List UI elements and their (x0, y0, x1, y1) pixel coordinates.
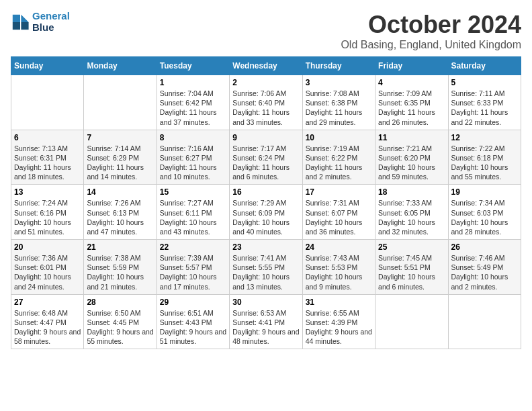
calendar-cell: 11Sunrise: 7:21 AM Sunset: 6:20 PM Dayli… (375, 130, 448, 185)
day-number: 2 (232, 78, 299, 87)
weekday-header-row: SundayMondayTuesdayWednesdayThursdayFrid… (11, 57, 521, 75)
day-number: 11 (378, 133, 445, 142)
calendar-cell: 21Sunrise: 7:38 AM Sunset: 5:59 PM Dayli… (84, 240, 157, 295)
weekday-header-saturday: Saturday (448, 57, 521, 75)
day-info: Sunrise: 7:26 AM Sunset: 6:13 PM Dayligh… (87, 198, 153, 236)
svg-rect-2 (13, 14, 20, 21)
svg-marker-0 (21, 14, 28, 21)
day-number: 5 (451, 78, 518, 87)
calendar-cell: 10Sunrise: 7:19 AM Sunset: 6:22 PM Dayli… (302, 130, 375, 185)
page-header: General Blue October 2024 Old Basing, En… (11, 11, 521, 51)
weekday-header-tuesday: Tuesday (157, 57, 229, 75)
day-number: 4 (378, 78, 445, 87)
calendar-cell: 19Sunrise: 7:34 AM Sunset: 6:03 PM Dayli… (448, 185, 521, 240)
day-number: 22 (160, 242, 226, 252)
day-number: 26 (451, 242, 518, 252)
calendar-cell: 20Sunrise: 7:36 AM Sunset: 6:01 PM Dayli… (11, 240, 84, 295)
calendar-cell: 2Sunrise: 7:06 AM Sunset: 6:40 PM Daylig… (230, 75, 302, 130)
logo: General Blue (11, 11, 70, 33)
day-number: 1 (160, 78, 226, 87)
weekday-header-thursday: Thursday (302, 57, 375, 75)
calendar-cell: 31Sunrise: 6:55 AM Sunset: 4:39 PM Dayli… (302, 294, 375, 349)
calendar-cell: 8Sunrise: 7:16 AM Sunset: 6:27 PM Daylig… (157, 130, 229, 185)
calendar-cell (375, 294, 448, 349)
svg-marker-1 (21, 22, 28, 30)
day-info: Sunrise: 7:38 AM Sunset: 5:59 PM Dayligh… (87, 253, 153, 291)
day-info: Sunrise: 7:08 AM Sunset: 6:38 PM Dayligh… (306, 89, 372, 127)
calendar-cell: 25Sunrise: 7:45 AM Sunset: 5:51 PM Dayli… (375, 240, 448, 295)
calendar-cell: 28Sunrise: 6:50 AM Sunset: 4:45 PM Dayli… (84, 294, 157, 349)
calendar-cell: 9Sunrise: 7:17 AM Sunset: 6:24 PM Daylig… (230, 130, 302, 185)
day-number: 30 (232, 298, 299, 307)
day-number: 12 (451, 133, 518, 142)
day-info: Sunrise: 7:34 AM Sunset: 6:03 PM Dayligh… (451, 198, 518, 236)
day-info: Sunrise: 7:43 AM Sunset: 5:53 PM Dayligh… (306, 253, 372, 291)
calendar-cell: 12Sunrise: 7:22 AM Sunset: 6:18 PM Dayli… (448, 130, 521, 185)
day-info: Sunrise: 6:48 AM Sunset: 4:47 PM Dayligh… (14, 308, 81, 347)
day-number: 13 (14, 187, 81, 197)
day-info: Sunrise: 6:50 AM Sunset: 4:45 PM Dayligh… (87, 308, 153, 347)
day-info: Sunrise: 7:17 AM Sunset: 6:24 PM Dayligh… (232, 144, 299, 182)
day-number: 3 (306, 78, 372, 87)
logo-icon (11, 13, 30, 32)
calendar-cell (448, 294, 521, 349)
weekday-header-friday: Friday (375, 57, 448, 75)
calendar-cell: 1Sunrise: 7:04 AM Sunset: 6:42 PM Daylig… (157, 75, 229, 130)
day-info: Sunrise: 7:31 AM Sunset: 6:07 PM Dayligh… (306, 198, 372, 236)
day-info: Sunrise: 7:19 AM Sunset: 6:22 PM Dayligh… (306, 144, 372, 182)
calendar-cell: 6Sunrise: 7:13 AM Sunset: 6:31 PM Daylig… (11, 130, 84, 185)
day-number: 16 (232, 187, 299, 197)
day-info: Sunrise: 7:46 AM Sunset: 5:49 PM Dayligh… (451, 253, 518, 291)
day-info: Sunrise: 7:13 AM Sunset: 6:31 PM Dayligh… (14, 144, 81, 182)
calendar-table: SundayMondayTuesdayWednesdayThursdayFrid… (11, 56, 521, 349)
day-info: Sunrise: 7:11 AM Sunset: 6:33 PM Dayligh… (451, 89, 518, 127)
weekday-header-monday: Monday (84, 57, 157, 75)
week-row-5: 27Sunrise: 6:48 AM Sunset: 4:47 PM Dayli… (11, 294, 521, 349)
weekday-header-sunday: Sunday (11, 57, 84, 75)
calendar-cell: 13Sunrise: 7:24 AM Sunset: 6:16 PM Dayli… (11, 185, 84, 240)
day-info: Sunrise: 7:29 AM Sunset: 6:09 PM Dayligh… (232, 198, 299, 236)
day-info: Sunrise: 7:41 AM Sunset: 5:55 PM Dayligh… (232, 253, 299, 291)
day-number: 28 (87, 298, 153, 307)
day-info: Sunrise: 6:55 AM Sunset: 4:39 PM Dayligh… (306, 308, 372, 347)
month-title: October 2024 (341, 11, 521, 39)
day-number: 31 (306, 298, 372, 307)
day-number: 27 (14, 298, 81, 307)
day-info: Sunrise: 7:39 AM Sunset: 5:57 PM Dayligh… (160, 253, 226, 291)
day-number: 19 (451, 187, 518, 197)
week-row-4: 20Sunrise: 7:36 AM Sunset: 6:01 PM Dayli… (11, 240, 521, 295)
day-info: Sunrise: 7:06 AM Sunset: 6:40 PM Dayligh… (232, 89, 299, 127)
calendar-cell: 15Sunrise: 7:27 AM Sunset: 6:11 PM Dayli… (157, 185, 229, 240)
week-row-3: 13Sunrise: 7:24 AM Sunset: 6:16 PM Dayli… (11, 185, 521, 240)
day-number: 10 (306, 133, 372, 142)
day-number: 7 (87, 133, 153, 142)
svg-rect-3 (13, 22, 20, 30)
calendar-cell: 30Sunrise: 6:53 AM Sunset: 4:41 PM Dayli… (230, 294, 302, 349)
calendar-cell: 4Sunrise: 7:09 AM Sunset: 6:35 PM Daylig… (375, 75, 448, 130)
calendar-cell: 3Sunrise: 7:08 AM Sunset: 6:38 PM Daylig… (302, 75, 375, 130)
day-info: Sunrise: 7:33 AM Sunset: 6:05 PM Dayligh… (378, 198, 445, 236)
calendar-cell: 5Sunrise: 7:11 AM Sunset: 6:33 PM Daylig… (448, 75, 521, 130)
week-row-1: 1Sunrise: 7:04 AM Sunset: 6:42 PM Daylig… (11, 75, 521, 130)
calendar-cell: 18Sunrise: 7:33 AM Sunset: 6:05 PM Dayli… (375, 185, 448, 240)
day-info: Sunrise: 6:53 AM Sunset: 4:41 PM Dayligh… (232, 308, 299, 347)
logo-text: General Blue (32, 11, 70, 33)
day-info: Sunrise: 7:09 AM Sunset: 6:35 PM Dayligh… (378, 89, 445, 127)
day-number: 15 (160, 187, 226, 197)
calendar-cell: 17Sunrise: 7:31 AM Sunset: 6:07 PM Dayli… (302, 185, 375, 240)
day-info: Sunrise: 6:51 AM Sunset: 4:43 PM Dayligh… (160, 308, 226, 347)
day-number: 25 (378, 242, 445, 252)
day-info: Sunrise: 7:22 AM Sunset: 6:18 PM Dayligh… (451, 144, 518, 182)
day-number: 21 (87, 242, 153, 252)
day-info: Sunrise: 7:16 AM Sunset: 6:27 PM Dayligh… (160, 144, 226, 182)
day-number: 29 (160, 298, 226, 307)
day-number: 24 (306, 242, 372, 252)
calendar-cell: 14Sunrise: 7:26 AM Sunset: 6:13 PM Dayli… (84, 185, 157, 240)
calendar-cell (11, 75, 84, 130)
location: Old Basing, England, United Kingdom (341, 39, 521, 51)
day-info: Sunrise: 7:14 AM Sunset: 6:29 PM Dayligh… (87, 144, 153, 182)
day-number: 18 (378, 187, 445, 197)
weekday-header-wednesday: Wednesday (230, 57, 302, 75)
day-number: 14 (87, 187, 153, 197)
title-block: October 2024 Old Basing, England, United… (341, 11, 521, 51)
